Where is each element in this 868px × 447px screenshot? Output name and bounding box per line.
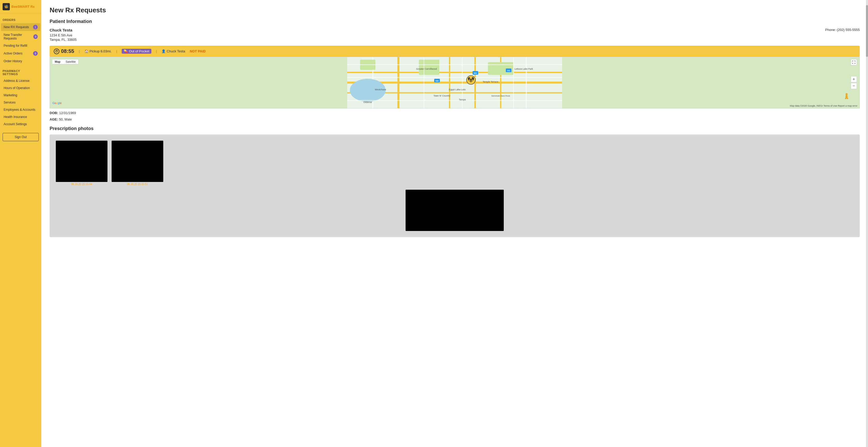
- age-row: AGE: 50, Male: [50, 117, 860, 121]
- sidebar-item-health-insurance[interactable]: Health Insurance: [1, 113, 40, 120]
- patient-info-section-title: Patient Information: [50, 19, 860, 24]
- map-svg: 589 580 301 Westchase Oldsmar Greater Ca…: [50, 57, 860, 108]
- logo-area: 🐝 BeeSMART Rx: [0, 0, 41, 14]
- badge-transfer: 9: [33, 34, 38, 39]
- photo-image-1[interactable]: [56, 141, 107, 182]
- map-marker: [466, 75, 475, 84]
- logo-text: BeeSMART Rx: [11, 5, 35, 8]
- prescriptions-title: Prescription photos: [50, 126, 860, 131]
- sidebar-item-hours-operation[interactable]: Hours of Operation: [1, 84, 40, 91]
- sidebar-item-active-orders[interactable]: Active Orders 9: [1, 49, 40, 57]
- patient-header-row: Chuck Testa 1234 E 5th Ave Tampa, FL, 33…: [50, 28, 860, 42]
- svg-text:301: 301: [507, 69, 510, 72]
- page-title: New Rx Requests: [50, 6, 860, 14]
- svg-text:580: 580: [474, 72, 477, 74]
- sidebar-item-address-license[interactable]: Address & License: [1, 77, 40, 84]
- svg-text:Westchase: Westchase: [375, 88, 386, 91]
- sign-out-area: Sign Out: [3, 133, 39, 141]
- logo-bee: Bee: [11, 5, 18, 8]
- timer-icon: ⏱: [54, 48, 59, 54]
- order-patient-name: 👤 Chuck Testa: [161, 49, 185, 53]
- sidebar-item-new-rx-requests[interactable]: New RX Requests 1: [1, 23, 40, 31]
- sidebar: 🐝 BeeSMART Rx ORDERS New RX Requests 1 N…: [0, 0, 41, 447]
- badge-active-orders: 9: [33, 51, 38, 56]
- map-footer: Map data ©2020 Google, INEGI Terms of Us…: [50, 105, 860, 107]
- pickup-info: 🏠 Pickup 6.03mi.: [85, 49, 112, 53]
- svg-text:Egypt Lake-Leto: Egypt Lake-Leto: [449, 88, 466, 91]
- scrollbar-track: [866, 0, 868, 447]
- svg-text:Tampa: Tampa: [459, 98, 466, 101]
- patient-address-line2: Tampa, FL, 33605: [50, 38, 77, 41]
- photo-timestamp-1: 06.10.20 20:15:44: [71, 183, 92, 185]
- person-icon: 👤: [161, 49, 165, 53]
- scrollbar-thumb[interactable]: [866, 5, 868, 57]
- map-tab-satellite[interactable]: Satellite: [63, 59, 78, 64]
- svg-text:Temple Terrace: Temple Terrace: [483, 80, 498, 83]
- orders-section-header: ORDERS: [0, 14, 41, 23]
- photo-item-3: [56, 190, 854, 231]
- svg-text:Town N' Country: Town N' Country: [433, 95, 451, 97]
- separator: |: [79, 49, 80, 53]
- photo-item-1: 06.10.20 20:15:44: [56, 141, 107, 185]
- separator3: |: [156, 49, 157, 53]
- pocket-icon: 💊: [124, 49, 128, 53]
- map-tab-map[interactable]: Map: [52, 59, 63, 64]
- patient-name: Chuck Testa: [50, 28, 77, 32]
- sidebar-item-marketing[interactable]: Marketing: [1, 92, 40, 99]
- svg-text:Seminole Hard Rock: Seminole Hard Rock: [491, 95, 510, 97]
- sidebar-item-pending-refill[interactable]: Pending for Refill: [1, 42, 40, 49]
- patient-details: Chuck Testa 1234 E 5th Ave Tampa, FL, 33…: [50, 28, 77, 42]
- svg-text:Greater Carrollwood: Greater Carrollwood: [416, 68, 437, 70]
- svg-text:589: 589: [435, 80, 439, 82]
- svg-rect-11: [419, 60, 439, 75]
- zoom-in-button[interactable]: +: [851, 76, 857, 82]
- svg-text:Oldsmar: Oldsmar: [364, 101, 372, 103]
- logo-rx: Rx: [29, 5, 35, 8]
- zoom-out-button[interactable]: −: [851, 83, 857, 89]
- map-fullscreen-button[interactable]: [851, 59, 857, 65]
- svg-text:Lettuce Lake Park: Lettuce Lake Park: [514, 68, 533, 70]
- payment-status: NOT PAID: [190, 49, 206, 53]
- separator2: |: [116, 49, 117, 53]
- svg-point-41: [469, 80, 473, 82]
- logo-icon: 🐝: [3, 3, 10, 10]
- google-logo: Google: [53, 101, 62, 105]
- badge-new-rx: 1: [33, 25, 38, 29]
- logo-smart: SMART: [18, 5, 29, 8]
- pharmacy-section-header: PHARMACY SETTINGS: [0, 65, 41, 77]
- map-tabs: Map Satellite: [52, 59, 79, 64]
- payment-type-badge: 💊 Out of Pocket: [122, 49, 151, 54]
- svg-point-40: [469, 79, 473, 80]
- dob-row: DOB: 12/31/1969: [50, 111, 860, 115]
- order-time: ⏱ 08:55: [54, 48, 74, 54]
- prescription-photos-container: 06.10.20 20:15:44 06.10.20 20:15:51: [50, 134, 860, 237]
- photo-image-2[interactable]: [112, 141, 163, 182]
- order-bar: ⏱ 08:55 | 🏠 Pickup 6.03mi. | 💊 Out of Po…: [50, 46, 860, 57]
- sidebar-item-employees-accounts[interactable]: Employees & Accounts: [1, 106, 40, 113]
- sidebar-item-new-transfer-requests[interactable]: New Transfer Requests 9: [1, 32, 40, 42]
- photo-item-2: 06.10.20 20:15:51: [112, 141, 163, 185]
- svg-rect-12: [488, 62, 514, 75]
- photo-timestamp-2: 06.10.20 20:15:51: [127, 183, 148, 185]
- patient-phone: Phone: (202) 555-5555: [825, 28, 860, 32]
- patient-address-line1: 1234 E 5th Ave: [50, 33, 77, 37]
- map-zoom-controls: + −: [851, 76, 857, 89]
- main-content: New Rx Requests Patient Information Chuc…: [41, 0, 868, 447]
- sign-out-button[interactable]: Sign Out: [3, 133, 39, 141]
- sidebar-item-services[interactable]: Services: [1, 99, 40, 106]
- sidebar-item-order-history[interactable]: Order History: [1, 58, 40, 65]
- svg-rect-44: [845, 98, 846, 99]
- sidebar-item-account-settings[interactable]: Account Settings: [1, 121, 40, 128]
- streetview-pegman[interactable]: [844, 93, 848, 100]
- home-icon: 🏠: [85, 49, 89, 53]
- map-container: 589 580 301 Westchase Oldsmar Greater Ca…: [50, 57, 860, 108]
- svg-point-42: [845, 93, 847, 95]
- photo-image-3[interactable]: [406, 190, 504, 231]
- svg-rect-45: [847, 98, 848, 99]
